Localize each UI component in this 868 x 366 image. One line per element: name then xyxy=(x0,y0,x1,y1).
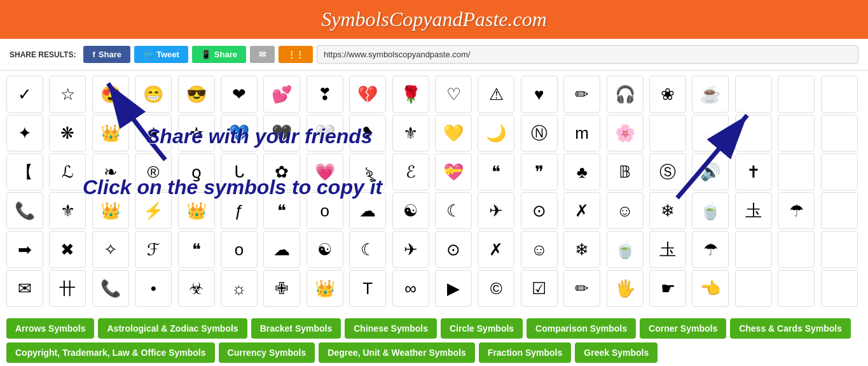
symbol-cell[interactable]: ☆ xyxy=(49,76,86,113)
symbol-cell[interactable] xyxy=(821,231,858,268)
symbol-cell[interactable]: 𝔹 xyxy=(607,153,644,190)
symbol-cell[interactable]: m xyxy=(563,115,600,151)
symbol-cell[interactable]: ✿ xyxy=(263,153,300,190)
category-button[interactable]: Degree, Unit & Weather Symbols xyxy=(319,342,475,363)
category-button[interactable]: Arrows Symbols xyxy=(6,318,94,339)
symbol-cell[interactable]: ✦ xyxy=(6,115,43,151)
symbol-cell[interactable]: ☁ xyxy=(349,192,386,229)
symbol-cell[interactable]: ✓ xyxy=(6,76,43,113)
symbol-cell[interactable]: ❝ xyxy=(178,231,215,268)
symbol-cell[interactable]: ® xyxy=(135,153,172,190)
category-button[interactable]: Currency Symbols xyxy=(219,342,315,363)
category-button[interactable]: Greek Symbols xyxy=(575,342,658,363)
symbol-cell[interactable] xyxy=(778,153,815,190)
symbol-cell[interactable]: 🖤 xyxy=(263,115,300,151)
symbol-cell[interactable]: ❧ xyxy=(92,153,129,190)
symbol-cell[interactable] xyxy=(692,115,729,151)
symbol-cell[interactable]: ✉ xyxy=(6,270,43,307)
symbol-cell[interactable] xyxy=(735,115,772,151)
symbol-cell[interactable]: 😍 xyxy=(92,76,129,113)
symbol-cell[interactable] xyxy=(821,76,858,113)
symbol-cell[interactable]: 卄 xyxy=(49,270,86,307)
symbol-cell[interactable]: 🍵 xyxy=(692,192,729,229)
symbol-cell[interactable]: ✏ xyxy=(563,270,600,307)
symbol-cell[interactable]: ❄ xyxy=(563,231,600,268)
symbol-cell[interactable]: ℒ xyxy=(49,153,86,190)
symbol-cell[interactable]: ☺ xyxy=(521,231,558,268)
symbol-cell[interactable]: ⊙ xyxy=(521,192,558,229)
symbol-cell[interactable]: 💝 xyxy=(435,153,472,190)
symbol-cell[interactable]: 🎧 xyxy=(607,76,644,113)
symbol-cell[interactable]: 💕 xyxy=(263,76,300,113)
category-button[interactable]: Astrological & Zodiac Symbols xyxy=(98,318,247,339)
symbol-cell[interactable]: 👑 xyxy=(307,270,343,307)
category-button[interactable]: Copyright, Trademark, Law & Office Symbo… xyxy=(6,342,215,363)
symbol-cell[interactable]: ✏ xyxy=(563,76,600,113)
symbol-cell[interactable]: ☼ xyxy=(221,270,258,307)
symbol-cell[interactable]: 🌙 xyxy=(478,115,514,151)
whatsapp-share-button[interactable]: 📱 Share xyxy=(192,46,246,63)
symbol-cell[interactable]: Ⓝ xyxy=(521,115,558,151)
symbol-cell[interactable]: ☺ xyxy=(607,192,644,229)
symbol-cell[interactable] xyxy=(735,76,772,113)
symbol-cell[interactable]: ❥ xyxy=(349,115,386,151)
symbol-cell[interactable]: • xyxy=(135,270,172,307)
symbol-cell[interactable]: ο xyxy=(221,231,258,268)
symbol-cell[interactable] xyxy=(778,270,815,307)
symbol-cell[interactable] xyxy=(821,115,858,151)
symbol-cell[interactable]: ✗ xyxy=(563,192,600,229)
category-button[interactable]: Comparison Symbols xyxy=(527,318,636,339)
category-button[interactable]: Chinese Symbols xyxy=(345,318,437,339)
symbol-cell[interactable]: 💛 xyxy=(435,115,472,151)
symbol-cell[interactable]: 🌹 xyxy=(392,76,429,113)
symbol-cell[interactable]: ★ xyxy=(135,115,172,151)
symbol-cell[interactable]: 💔 xyxy=(349,76,386,113)
symbol-cell[interactable]: 【 xyxy=(6,153,43,190)
symbol-cell[interactable]: 圡 xyxy=(735,192,772,229)
symbol-cell[interactable]: 🌸 xyxy=(607,115,644,151)
symbol-cell[interactable]: ✫ xyxy=(178,115,215,151)
symbol-cell[interactable]: ✖ xyxy=(49,231,86,268)
symbol-cell[interactable]: ᒐ xyxy=(221,153,258,190)
symbol-cell[interactable]: ❣ xyxy=(307,76,343,113)
symbol-cell[interactable]: ☾ xyxy=(349,231,386,268)
symbol-cell[interactable]: 圡 xyxy=(649,231,686,268)
symbol-cell[interactable]: ℰ xyxy=(392,153,429,190)
symbol-cell[interactable]: ⚡ xyxy=(135,192,172,229)
symbol-cell[interactable]: ☑ xyxy=(521,270,558,307)
symbol-cell[interactable]: © xyxy=(478,270,514,307)
more-share-button[interactable]: ⋮⋮ xyxy=(279,46,313,63)
symbol-cell[interactable]: 💗 xyxy=(307,153,343,190)
symbol-cell[interactable]: 📞 xyxy=(6,192,43,229)
symbol-cell[interactable]: ▶ xyxy=(435,270,472,307)
category-button[interactable]: Chess & Cards Symbols xyxy=(730,318,851,339)
symbol-cell[interactable]: ☛ xyxy=(649,270,686,307)
category-button[interactable]: Circle Symbols xyxy=(441,318,523,339)
symbol-cell[interactable]: ♡ xyxy=(435,76,472,113)
symbol-cell[interactable]: ✝ xyxy=(735,153,772,190)
symbol-cell[interactable]: 📞 xyxy=(92,270,129,307)
email-share-button[interactable]: ✉ xyxy=(250,46,275,63)
symbol-cell[interactable]: ❝ xyxy=(478,153,514,190)
symbol-cell[interactable]: ☣ xyxy=(178,270,215,307)
symbol-cell[interactable]: ✗ xyxy=(478,231,514,268)
symbol-cell[interactable]: 👈 xyxy=(692,270,729,307)
category-button[interactable]: Fraction Symbols xyxy=(479,342,571,363)
symbol-cell[interactable]: 🔊 xyxy=(692,153,729,190)
symbol-cell[interactable]: ✈ xyxy=(392,231,429,268)
symbol-cell[interactable]: ❋ xyxy=(49,115,86,151)
symbol-cell[interactable] xyxy=(821,192,858,229)
symbol-cell[interactable]: ♣ xyxy=(563,153,600,190)
category-button[interactable]: Bracket Symbols xyxy=(251,318,341,339)
symbol-cell[interactable]: 👑 xyxy=(92,115,129,151)
symbol-cell[interactable]: 😁 xyxy=(135,76,172,113)
twitter-share-button[interactable]: 🐦 Tweet xyxy=(134,46,188,63)
symbol-cell[interactable]: ⚠ xyxy=(478,76,514,113)
symbol-cell[interactable]: ❞ xyxy=(521,153,558,190)
symbol-cell[interactable]: ℱ xyxy=(135,231,172,268)
symbol-cell[interactable]: ☂ xyxy=(692,231,729,268)
symbol-cell[interactable] xyxy=(649,115,686,151)
symbol-cell[interactable]: ❝ xyxy=(263,192,300,229)
symbol-cell[interactable]: ☂ xyxy=(778,192,815,229)
symbol-cell[interactable] xyxy=(778,76,815,113)
